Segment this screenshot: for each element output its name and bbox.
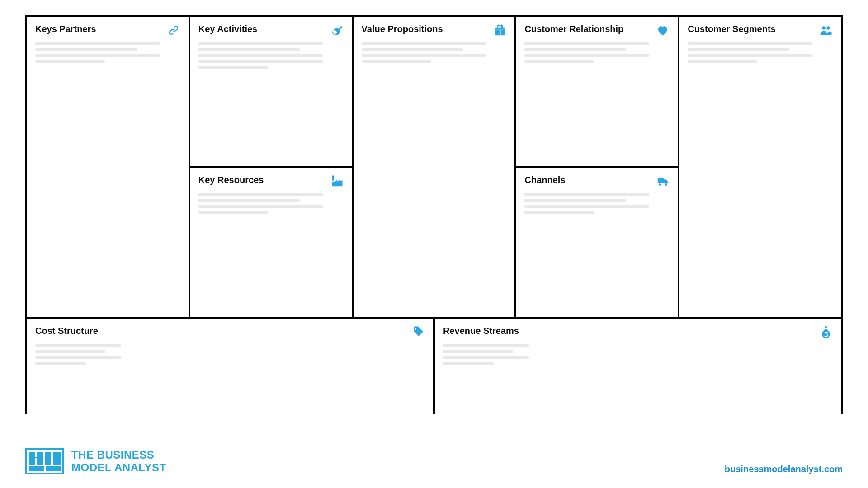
gift-icon [493, 23, 506, 37]
title-channels: Channels [524, 174, 565, 185]
cell-cost-structure: Cost Structure [27, 319, 433, 416]
business-model-canvas: Keys Partners Key Activities [25, 15, 843, 414]
cell-revenue-streams: Revenue Streams [435, 319, 841, 416]
title-value-propositions: Value Propositions [362, 23, 443, 34]
brand-line1: THE BUSINESS [71, 449, 166, 461]
svg-rect-3 [43, 452, 45, 465]
title-key-partners: Keys Partners [35, 23, 96, 34]
svg-rect-7 [44, 466, 46, 471]
brand-text: THE BUSINESS MODEL ANALYST [71, 449, 166, 474]
tag-icon [411, 325, 425, 339]
svg-rect-5 [35, 457, 37, 458]
cell-key-partners: Keys Partners [27, 17, 189, 317]
link-icon [167, 23, 180, 37]
placeholder-lines [198, 193, 344, 214]
placeholder-lines [524, 42, 670, 63]
cell-customer-relationship: Customer Relationship [516, 17, 678, 166]
title-cost-structure: Cost Structure [35, 325, 98, 336]
cell-value-propositions: Value Propositions [354, 17, 515, 317]
brand-line2: MODEL ANALYST [71, 461, 166, 474]
placeholder-lines [198, 42, 344, 69]
svg-rect-4 [51, 452, 53, 465]
key-icon [330, 23, 344, 37]
footer: THE BUSINESS MODEL ANALYST businessmodel… [25, 448, 843, 474]
title-revenue-streams: Revenue Streams [443, 325, 519, 336]
brand: THE BUSINESS MODEL ANALYST [25, 448, 166, 474]
people-icon [819, 23, 833, 37]
cell-key-activities: Key Activities [190, 17, 352, 166]
title-customer-segments: Customer Segments [688, 23, 776, 34]
title-customer-relationship: Customer Relationship [524, 23, 623, 34]
placeholder-lines [524, 193, 670, 214]
placeholder-lines [443, 344, 833, 365]
cell-channels: Channels [516, 168, 678, 317]
placeholder-lines [35, 344, 425, 365]
placeholder-lines [688, 42, 833, 63]
factory-icon [330, 174, 344, 188]
moneybag-icon [819, 325, 833, 339]
site-link[interactable]: businessmodelanalyst.com [725, 464, 843, 474]
title-key-resources: Key Resources [198, 174, 264, 185]
cell-key-resources: Key Resources [190, 168, 352, 317]
brand-logo-icon [25, 448, 64, 474]
title-key-activities: Key Activities [198, 23, 257, 34]
placeholder-lines [362, 42, 507, 63]
placeholder-lines [35, 42, 180, 63]
heart-icon [656, 23, 670, 37]
cell-customer-segments: Customer Segments [679, 17, 841, 317]
truck-icon [656, 174, 670, 188]
